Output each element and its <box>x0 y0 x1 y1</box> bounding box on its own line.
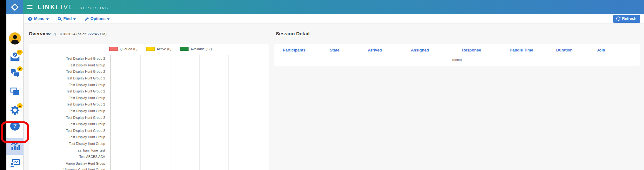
hunt-group-label[interactable]: aa_hani_tone_test <box>29 148 108 152</box>
refresh-label: Refresh <box>622 17 636 21</box>
chart-row: Test Display Hunt Group <box>29 140 269 147</box>
column-header[interactable]: Response <box>445 48 498 52</box>
chart-row: Test Display Hunt Group <box>29 121 269 127</box>
session-detail-heading: Session Detail <box>276 31 310 37</box>
column-header[interactable]: Join <box>584 48 640 52</box>
find-dropdown[interactable]: Find <box>58 17 76 21</box>
brand-live: LIVE <box>56 3 75 11</box>
chart-row: Aaron Barclay Hunt Group <box>29 160 269 167</box>
chart-row: Test Display Hunt Group 2 <box>29 114 269 121</box>
hunt-group-label[interactable]: Test Display Hunt Group 2 <box>29 76 108 80</box>
overview-heading: Overview (*) 1/18/2024 (as of 5:22:45 PM… <box>29 31 106 37</box>
chart-row: Test Display Hunt Group 2 <box>29 127 269 134</box>
settings-badge: 1 <box>17 103 23 108</box>
hunt-group-label[interactable]: Test Display Hunt Group <box>29 109 108 113</box>
hunt-group-label[interactable]: Test Display Hunt Group 2 <box>29 70 108 73</box>
chevron-down-icon <box>46 18 49 20</box>
chart-row: Test Display Hunt Group 2 <box>29 55 269 62</box>
diamond-icon <box>11 3 18 11</box>
chart-row: Test Display Hunt Group <box>29 108 269 114</box>
sidebar-item-chats[interactable]: 2 <box>6 69 24 78</box>
chart-row: Test Display Hunt Group <box>29 81 269 88</box>
search-icon <box>58 17 62 21</box>
chart-row: Vincenza Carini Hunt Group <box>29 167 269 170</box>
hunt-group-label[interactable]: Aaron Barclay Hunt Group <box>29 161 108 165</box>
session-detail-header-row: Participants State Arrived Assigned Resp… <box>274 48 640 52</box>
hamburger-menu-icon[interactable] <box>27 5 32 9</box>
refresh-button[interactable]: Refresh <box>613 15 640 23</box>
chevron-down-icon <box>73 18 76 20</box>
hunt-group-label[interactable]: Test Display Hunt Group <box>29 63 108 67</box>
options-dropdown[interactable]: Options <box>85 17 110 21</box>
session-detail-card: Participants State Arrived Assigned Resp… <box>274 44 640 66</box>
hunt-group-label[interactable]: Test Display Hunt Group <box>29 142 108 146</box>
supervisor-presentation-icon <box>10 159 20 168</box>
chart-row: Test Display Hunt Group 2 <box>29 75 269 82</box>
options-label: Options <box>90 17 105 21</box>
sidebar-item-help[interactable]: ? <box>6 121 24 131</box>
chevron-down-icon <box>107 18 110 20</box>
linklive-logo[interactable] <box>6 0 23 14</box>
column-header[interactable]: State <box>314 48 355 52</box>
column-header[interactable]: Assigned <box>395 48 445 52</box>
find-label: Find <box>63 17 72 21</box>
hunt-group-label[interactable]: Vincenza Carini Hunt Group <box>29 168 108 170</box>
legend-swatch <box>146 47 155 51</box>
legend-item: Active (0) <box>146 47 171 51</box>
column-header[interactable]: Handle Time <box>498 48 545 52</box>
column-header[interactable]: Arrived <box>355 48 395 52</box>
chart-row: Test Display Hunt Group <box>29 95 269 101</box>
hunt-group-label[interactable]: Test Display Hunt Group <box>29 122 108 126</box>
chart-row: Test ABCBS ACV <box>29 153 269 160</box>
column-header[interactable]: Duration <box>545 48 584 52</box>
session-detail-title: Session Detail <box>276 31 310 37</box>
legend-item: Queued (0) <box>109 47 138 51</box>
legend-item: Available (17) <box>180 47 212 51</box>
hunt-group-label[interactable]: Test Display Hunt Group <box>29 135 108 139</box>
hunt-group-label[interactable]: Test Display Hunt Group 2 <box>29 129 108 133</box>
sidebar-item-reports-active[interactable] <box>6 141 24 151</box>
hunt-group-label[interactable]: Test Display Hunt Group 2 <box>29 116 108 119</box>
avatar-icon <box>9 32 21 44</box>
legend-label: Queued (0) <box>120 47 138 51</box>
legend-swatch <box>109 47 118 51</box>
hunt-group-chart: Test Display Hunt Group 2 Test Display H… <box>29 55 269 170</box>
hunt-group-label[interactable]: Test Display Hunt Group <box>29 96 108 100</box>
brand-reporting: REPORTING <box>80 6 109 10</box>
app-header: LINK LIVE REPORTING <box>6 0 644 14</box>
chart-row: Test Display Hunt Group 2 <box>29 101 269 108</box>
menu-dropdown[interactable]: Menu <box>28 17 49 21</box>
hunt-group-label[interactable]: Test Display Hunt Group <box>29 83 108 87</box>
menu-bar: Menu Find Options Refresh <box>24 14 644 24</box>
column-header[interactable]: Participants <box>274 48 314 52</box>
menu-label: Menu <box>34 17 45 21</box>
brand-link: LINK <box>38 3 56 11</box>
help-icon: ? <box>10 121 20 131</box>
analytics-chart-icon <box>10 141 20 151</box>
hunt-group-label[interactable]: Test ABCBS ACV <box>29 155 108 159</box>
chart-row: Test Display Hunt Group <box>29 134 269 140</box>
chart-rows: Test Display Hunt Group 2 Test Display H… <box>29 55 269 170</box>
legend-label: Available (17) <box>190 47 212 51</box>
overview-note: (*) <box>53 32 56 36</box>
hunt-group-label[interactable]: Test Display Hunt Group 2 <box>29 57 108 60</box>
sidebar-item-settings[interactable]: 1 <box>6 105 24 115</box>
sidebar-item-supervisor[interactable] <box>6 159 24 168</box>
sidebar-item-messages[interactable]: 24 <box>6 52 24 62</box>
help-glyph: ? <box>13 123 17 129</box>
wrench-icon <box>85 17 89 21</box>
hunt-group-label[interactable]: Test Display Hunt Group 2 <box>29 102 108 106</box>
hunt-group-label[interactable]: Test Display Hunt Group 2 <box>29 89 108 93</box>
messages-badge: 24 <box>17 50 23 55</box>
chart-legend: Queued (0) Active (0) Available (17) <box>109 47 212 51</box>
chats-badge: 2 <box>17 66 23 71</box>
legend-label: Active (0) <box>157 47 171 51</box>
sidebar-item-profile[interactable] <box>6 32 24 44</box>
sidebar-item-windows[interactable] <box>6 87 24 96</box>
chart-row: Test Display Hunt Group 2 <box>29 88 269 95</box>
refresh-icon <box>616 17 620 21</box>
page-title: Overview <box>29 31 51 37</box>
chart-row: Test Display Hunt Group <box>29 62 269 69</box>
letterbox-strip <box>0 0 6 170</box>
eye-icon <box>28 17 32 21</box>
